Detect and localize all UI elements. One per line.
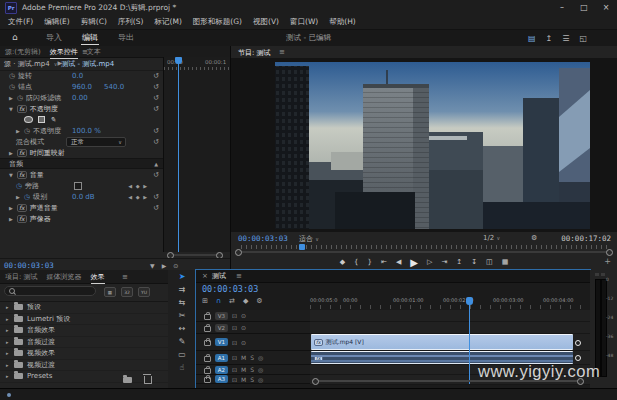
video-clip[interactable]: fx 测试.mp4 [V] [311, 334, 573, 350]
effect-group-volume[interactable]: ▼ fx 音量 ↺ [0, 169, 163, 180]
workspace-tab-import[interactable]: 导入 [36, 30, 72, 46]
linked-selection-button[interactable]: ⇄ [229, 297, 235, 305]
voiceover-mic-icon[interactable]: ◎ [258, 376, 263, 383]
effect-row-anchor-point[interactable]: ◷ 锚点 960.0540.0 ↺ [0, 81, 163, 92]
stopwatch-icon[interactable]: ◷ [9, 72, 15, 80]
workspace-switcher-icon[interactable]: ▤ [528, 34, 536, 43]
fx-badge-icon[interactable]: fx [17, 105, 27, 113]
reset-parameter-icon[interactable]: ↺ [153, 204, 159, 212]
sync-lock-icon[interactable]: ⊡ [232, 366, 237, 373]
insert-overwrite-sequence-button[interactable]: ⊞ [202, 297, 208, 305]
track-select-forward-tool[interactable]: ⇉ [168, 283, 196, 296]
razor-tool[interactable]: ✂ [168, 309, 196, 322]
workspace-tab-edit[interactable]: 编辑 [72, 30, 108, 46]
mark-in-button[interactable]: { [354, 258, 358, 266]
track-lock-icon[interactable] [204, 356, 211, 362]
value-field[interactable]: 0.0 [72, 72, 83, 80]
clip-fade-handle[interactable] [575, 340, 581, 346]
fx-badge-icon[interactable]: fx [17, 204, 27, 212]
menu-item[interactable]: 剪辑(C) [81, 17, 107, 27]
value-field[interactable]: 0.0 dB [72, 193, 95, 201]
tab-effects[interactable]: 效果 [91, 272, 105, 282]
effect-row-blend-mode[interactable]: 混合模式 正常 ↺ [0, 136, 163, 147]
twirl-arrow-icon[interactable]: ▸ [6, 362, 10, 368]
delete-button[interactable] [144, 376, 152, 384]
reset-parameter-icon[interactable]: ↺ [153, 138, 159, 146]
ripple-edit-tool[interactable]: ⇆ [168, 296, 196, 309]
track-target-toggle[interactable]: A1 [215, 354, 228, 362]
effect-row-level[interactable]: ▶ ◷ 级别 0.0 dB ◀ ◆ ▶ ↺ [0, 191, 163, 202]
track-target-toggle[interactable]: V2 [215, 324, 228, 332]
effect-row-rotation[interactable]: ◷ 旋转 0.0 ↺ [0, 70, 163, 81]
track-output-eye-icon[interactable]: ⊙ [241, 324, 246, 331]
menu-item[interactable]: 视图(V) [253, 17, 279, 27]
effect-group-channel-volume[interactable]: ▶ fx 声道音量 ↺ [0, 202, 163, 213]
section-audio[interactable]: 音频 ▲ [0, 158, 163, 169]
track-lock-icon[interactable] [204, 377, 211, 383]
fx-badge-icon[interactable]: fx [17, 149, 27, 157]
snap-button[interactable]: ∩ [216, 297, 221, 305]
fx-badge-icon[interactable]: fx [17, 171, 27, 179]
reset-parameter-icon[interactable]: ↺ [153, 72, 159, 80]
track-lock-icon[interactable] [204, 326, 211, 332]
play-button[interactable]: ▶ [410, 257, 418, 268]
bin-lumetri-presets[interactable]: ▸ Lumetri 预设 [0, 314, 168, 326]
effect-group-opacity[interactable]: ▼ fx 不透明度 ↺ [0, 103, 163, 114]
close-icon[interactable]: × [202, 272, 208, 280]
effect-controls-timeline[interactable]: 00:00 00:00:1 [163, 57, 231, 252]
track-target-toggle[interactable]: A3 [215, 375, 228, 383]
home-icon[interactable]: ⌂ [12, 32, 18, 42]
bin-presets-cn[interactable]: ▸ 预设 [0, 302, 168, 314]
program-video-frame[interactable] [275, 62, 590, 229]
twirl-arrow-icon[interactable]: ▸ [6, 304, 10, 310]
panel-menu-icon[interactable]: ≡ [279, 48, 285, 56]
solo-button[interactable]: S [250, 366, 254, 373]
stopwatch-icon[interactable]: ◷ [9, 83, 15, 91]
program-timecode[interactable]: 00:00:03:03 [238, 234, 288, 243]
close-button[interactable]: × [595, 0, 617, 15]
step-back-button[interactable]: ◀ [396, 258, 401, 266]
lift-button[interactable]: ↥ [456, 258, 462, 266]
track-output-eye-icon[interactable]: ⊙ [241, 312, 246, 319]
twirl-arrow-icon[interactable]: ▶ [9, 150, 14, 156]
selection-tool[interactable]: ➤ [168, 270, 196, 283]
track-lane-v3[interactable] [310, 310, 590, 322]
filter-properties-button[interactable]: ▼ [150, 262, 155, 269]
voiceover-mic-icon[interactable]: ◎ [258, 366, 263, 373]
program-scrubber[interactable] [235, 244, 613, 254]
fx-badge-icon[interactable]: fx [17, 215, 27, 223]
twirl-arrow-icon[interactable]: ▶ [9, 205, 14, 211]
track-target-toggle[interactable]: V1 [215, 338, 228, 346]
zoom-handle-left[interactable] [312, 378, 319, 385]
sync-lock-icon[interactable]: ⊡ [232, 376, 237, 383]
voiceover-mic-icon[interactable]: ◎ [258, 354, 263, 361]
twirl-arrow-icon[interactable]: ▶ [16, 194, 21, 200]
track-target-toggle[interactable]: A2 [215, 366, 228, 374]
solo-button[interactable]: S [250, 376, 254, 383]
button-editor-icon[interactable]: + [604, 257, 611, 266]
effect-row-opacity-value[interactable]: ▶ ◷ 不透明度 100.0 % ↺ [0, 125, 163, 136]
write-keyframes-button[interactable]: ⊙ [173, 262, 178, 269]
comparison-view-button[interactable]: ▦ [502, 258, 509, 266]
bin-audio-transitions[interactable]: ▸ 音频过渡 [0, 337, 168, 349]
timeline-settings-button[interactable]: ⚙ [256, 297, 262, 305]
value-field[interactable]: 960.0 [72, 83, 92, 91]
effect-row-antiflicker[interactable]: ▶ ◷ 防闪烁滤镜 0.00 ↺ [0, 92, 163, 103]
hand-tool[interactable]: ☝ [168, 361, 196, 374]
menu-item[interactable]: 文件(F) [8, 17, 33, 27]
panel-menu-icon[interactable]: ≡ [236, 272, 242, 280]
track-lock-icon[interactable] [204, 368, 211, 374]
tab-effect-controls[interactable]: 效果控件 [50, 47, 78, 57]
tab-text[interactable]: 文本 [87, 47, 101, 57]
twirl-arrow-icon[interactable]: ▸ [6, 327, 10, 333]
new-bin-button[interactable] [123, 377, 132, 383]
twirl-arrow-icon[interactable]: ▸ [6, 350, 10, 356]
track-lane-v2[interactable] [310, 322, 590, 334]
menu-item[interactable]: 图形和标题(G) [193, 17, 242, 27]
add-marker-button[interactable]: ◆ [340, 258, 345, 266]
go-to-in-button[interactable]: ⇤ [381, 258, 387, 266]
sync-lock-icon[interactable]: ⊡ [232, 339, 237, 346]
slip-tool[interactable]: ↔ [168, 322, 196, 335]
menu-item[interactable]: 序列(S) [118, 17, 144, 27]
twirl-arrow-icon[interactable]: ▼ [9, 106, 14, 112]
